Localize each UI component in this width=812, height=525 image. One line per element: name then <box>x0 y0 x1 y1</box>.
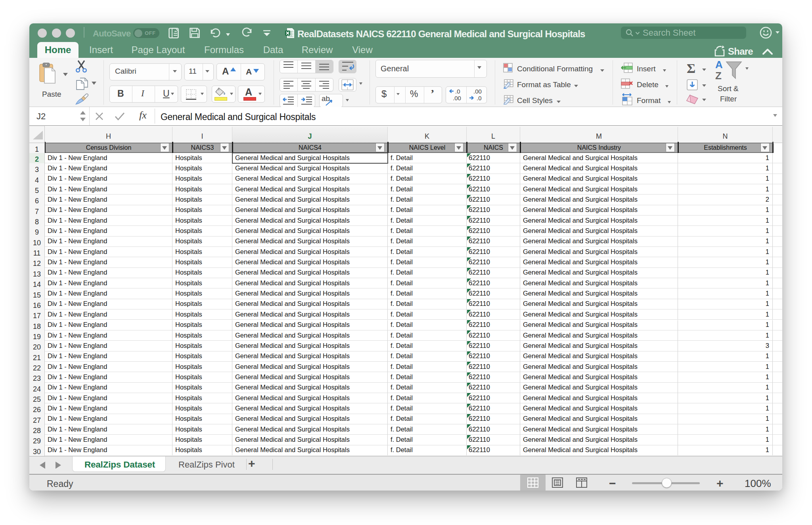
svg-text:.0: .0 <box>477 95 482 101</box>
svg-text:.00: .00 <box>473 88 482 95</box>
svg-text:Z: Z <box>715 70 722 82</box>
svg-text:A: A <box>715 59 723 71</box>
svg-text:.00: .00 <box>453 95 461 101</box>
svg-text:.0: .0 <box>455 88 460 95</box>
